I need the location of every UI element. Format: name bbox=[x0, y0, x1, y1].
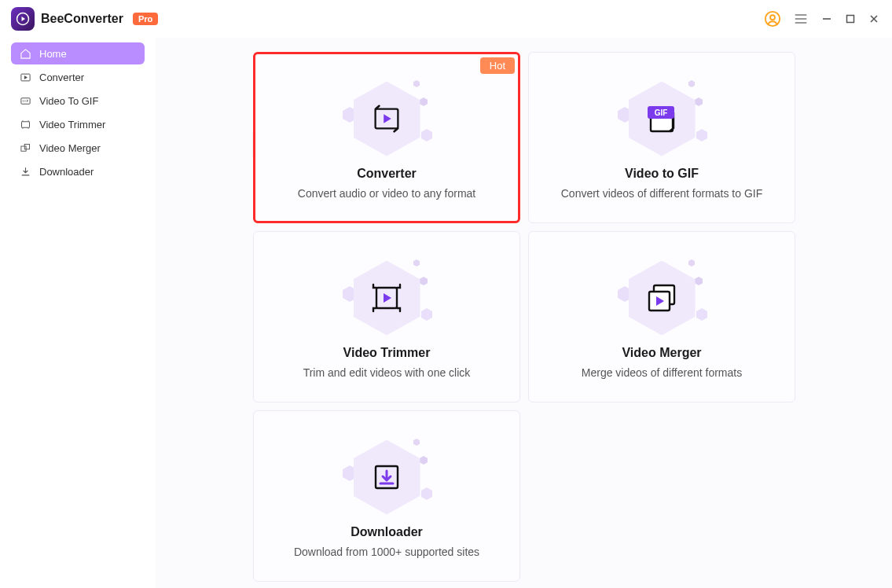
trimmer-icon bbox=[19, 118, 31, 130]
card-icon-trimmer bbox=[340, 255, 434, 341]
converter-icon bbox=[19, 71, 31, 83]
sidebar-item-label: Downloader bbox=[39, 166, 94, 178]
menu-icon[interactable] bbox=[791, 9, 810, 28]
titlebar-right bbox=[763, 9, 881, 28]
sidebar-item-label: Home bbox=[39, 48, 67, 60]
sidebar-item-video-trimmer[interactable]: Video Trimmer bbox=[11, 113, 145, 135]
sidebar-item-label: Video Trimmer bbox=[39, 119, 105, 130]
card-title: Converter bbox=[357, 167, 417, 181]
maximize-button[interactable] bbox=[843, 12, 857, 26]
card-title: Video Merger bbox=[622, 346, 701, 360]
content-area: Hot Converter Convert audio or video to … bbox=[156, 38, 892, 588]
gif-text: GIF bbox=[655, 108, 668, 117]
card-video-merger[interactable]: Video Merger Merge videos of different f… bbox=[528, 231, 795, 402]
home-icon bbox=[19, 47, 31, 60]
user-icon[interactable] bbox=[763, 9, 782, 28]
titlebar: BeeConverter Pro bbox=[0, 0, 892, 38]
app-logo bbox=[11, 7, 35, 31]
card-video-trimmer[interactable]: Video Trimmer Trim and edit videos with … bbox=[253, 231, 520, 402]
card-downloader[interactable]: Downloader Download from 1000+ supported… bbox=[253, 410, 520, 582]
main-layout: Home Converter Video To GIF Video Trimme… bbox=[0, 38, 892, 588]
card-video-to-gif[interactable]: GIF Video to GIF Convert videos of diffe… bbox=[528, 52, 795, 223]
sidebar-item-label: Converter bbox=[39, 72, 84, 83]
sidebar-item-converter[interactable]: Converter bbox=[11, 66, 145, 88]
svg-rect-3 bbox=[847, 16, 854, 23]
svg-rect-6 bbox=[21, 121, 29, 127]
card-desc: Trim and edit videos with one click bbox=[303, 366, 471, 379]
minimize-button[interactable] bbox=[820, 12, 834, 26]
card-title: Video to GIF bbox=[625, 167, 699, 181]
card-converter[interactable]: Hot Converter Convert audio or video to … bbox=[253, 52, 520, 223]
sidebar-item-home[interactable]: Home bbox=[11, 42, 145, 64]
card-icon-downloader bbox=[340, 434, 434, 520]
card-desc: Convert audio or video to any format bbox=[298, 187, 475, 200]
merger-icon bbox=[19, 141, 31, 154]
pro-badge: Pro bbox=[133, 13, 158, 25]
hot-badge: Hot bbox=[480, 57, 515, 74]
svg-rect-7 bbox=[20, 146, 25, 151]
app-title: BeeConverter bbox=[41, 12, 123, 26]
sidebar-item-label: Video To GIF bbox=[39, 95, 98, 107]
sidebar: Home Converter Video To GIF Video Trimme… bbox=[0, 38, 156, 588]
card-title: Downloader bbox=[351, 525, 423, 539]
svg-rect-5 bbox=[20, 97, 29, 104]
card-icon-converter bbox=[340, 75, 434, 162]
card-desc: Convert videos of different formats to G… bbox=[561, 187, 763, 200]
sidebar-item-label: Video Merger bbox=[39, 142, 101, 154]
svg-point-2 bbox=[770, 15, 775, 20]
close-button[interactable] bbox=[867, 12, 881, 26]
card-icon-merger bbox=[615, 255, 709, 341]
svg-rect-8 bbox=[24, 144, 29, 149]
card-desc: Download from 1000+ supported sites bbox=[294, 546, 479, 558]
download-icon bbox=[19, 165, 31, 178]
cards-grid: Hot Converter Convert audio or video to … bbox=[253, 52, 854, 582]
sidebar-item-downloader[interactable]: Downloader bbox=[11, 160, 145, 182]
titlebar-left: BeeConverter Pro bbox=[11, 7, 158, 31]
sidebar-item-video-to-gif[interactable]: Video To GIF bbox=[11, 90, 145, 112]
gif-icon bbox=[19, 94, 31, 107]
card-desc: Merge videos of different formats bbox=[582, 366, 742, 379]
card-icon-gif: GIF bbox=[615, 75, 709, 162]
sidebar-item-video-merger[interactable]: Video Merger bbox=[11, 137, 145, 159]
card-title: Video Trimmer bbox=[343, 346, 431, 360]
